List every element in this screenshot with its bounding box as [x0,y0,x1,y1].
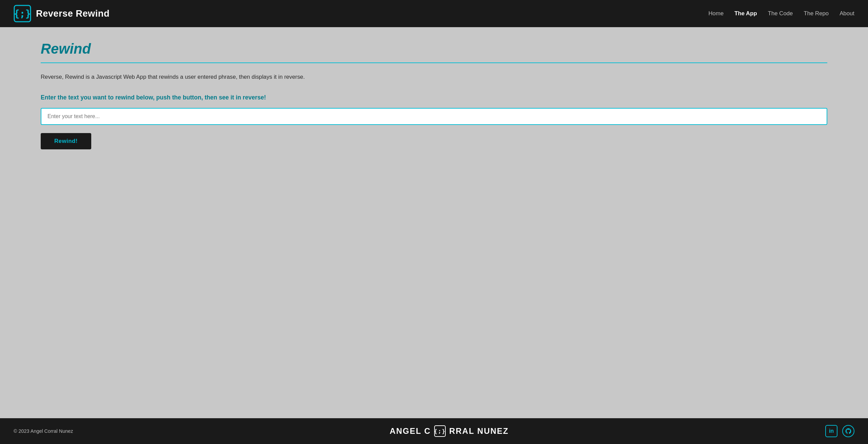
footer-copyright: © 2023 Angel Corral Nunez [14,428,73,434]
nav-brand[interactable]: {;} Reverse Rewind [14,5,110,22]
footer-brand-name-left: ANGEL C [390,426,431,436]
nav-link-home[interactable]: Home [708,10,724,17]
rewind-input[interactable] [41,108,827,125]
nav-link-about[interactable]: About [840,10,854,17]
footer: © 2023 Angel Corral Nunez ANGEL C {;} RR… [0,418,868,444]
footer-brand: ANGEL C {;} RRAL NUNEZ [390,425,509,437]
footer-brand-logo-icon: {;} [434,425,446,437]
heading-divider [41,62,827,63]
main-content: Rewind Reverse, Rewind is a Javascript W… [0,27,868,418]
brand-logo-icon: {;} [14,5,31,22]
github-icon[interactable] [842,425,854,437]
instruction-label: Enter the text you want to rewind below,… [41,94,827,101]
nav-links: Home The App The Code The Repo About [708,10,854,17]
svg-text:{;}: {;} [434,428,446,434]
brand-title: Reverse Rewind [36,8,110,19]
navbar: {;} Reverse Rewind Home The App The Code… [0,0,868,27]
nav-link-the-repo[interactable]: The Repo [804,10,829,17]
footer-brand-name-right: RRAL NUNEZ [449,426,509,436]
page-title: Rewind [41,41,827,57]
rewind-button[interactable]: Rewind! [41,133,91,149]
description-text: Reverse, Rewind is a Javascript Web App … [41,73,827,82]
footer-social-icons: in [825,425,854,437]
linkedin-icon[interactable]: in [825,425,837,437]
svg-text:{;}: {;} [14,8,31,19]
nav-link-the-app[interactable]: The App [734,10,757,17]
nav-link-the-code[interactable]: The Code [768,10,793,17]
